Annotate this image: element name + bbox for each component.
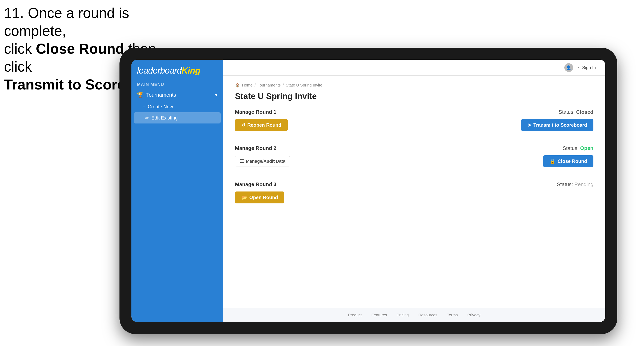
sidebar-item-create-new[interactable]: + Create New xyxy=(132,101,223,112)
round-2-header: Manage Round 2 Status: Open xyxy=(235,145,594,151)
footer-features[interactable]: Features xyxy=(372,313,387,317)
transmit-scoreboard-button[interactable]: ➤ Transmit to Scoreboard xyxy=(521,119,594,131)
top-bar: 👤 → Sign In xyxy=(223,60,605,76)
round-1-status: Status: Closed xyxy=(558,109,594,115)
round-3-section: Manage Round 3 Status: Pending 📂 Open Ro… xyxy=(235,181,594,209)
person-icon: 👤 xyxy=(566,65,571,70)
content-area: 🏠 Home / Tournaments / State U Spring In… xyxy=(223,76,605,308)
tablet-screen: leaderboardKing MAIN MENU 🏆 Tournaments … xyxy=(132,60,605,322)
sidebar-item-edit-existing[interactable]: ✏ Edit Existing xyxy=(134,112,221,124)
sign-in-area[interactable]: 👤 → Sign In xyxy=(564,63,596,72)
footer-resources[interactable]: Resources xyxy=(418,313,438,317)
sign-in-label: Sign In xyxy=(582,65,596,70)
round-1-header: Manage Round 1 Status: Closed xyxy=(235,109,594,115)
main-menu-label: MAIN MENU xyxy=(132,80,223,89)
audit-icon: ☰ xyxy=(240,159,244,164)
home-icon: 🏠 xyxy=(235,83,240,87)
manage-audit-button[interactable]: ☰ Manage/Audit Data xyxy=(235,156,290,167)
close-round-button[interactable]: 🔒 Close Round xyxy=(543,155,594,167)
sidebar-item-tournaments[interactable]: 🏆 Tournaments ▾ xyxy=(132,89,223,101)
reopen-round-button[interactable]: ↺ Reopen Round xyxy=(235,119,288,131)
footer-product[interactable]: Product xyxy=(348,313,362,317)
sign-in-arrow-icon: → xyxy=(576,65,580,70)
round-3-title: Manage Round 3 xyxy=(235,181,276,187)
chevron-down-icon: ▾ xyxy=(215,92,218,98)
open-round-button[interactable]: 📂 Open Round xyxy=(235,191,284,203)
sidebar: leaderboardKing MAIN MENU 🏆 Tournaments … xyxy=(132,60,223,322)
round-3-actions: 📂 Open Round xyxy=(235,191,594,203)
round-1-section: Manage Round 1 Status: Closed ↺ Reopen R… xyxy=(235,109,594,137)
logo-area: leaderboardKing xyxy=(132,60,223,80)
tablet-frame: leaderboardKing MAIN MENU 🏆 Tournaments … xyxy=(120,48,617,334)
footer-pricing[interactable]: Pricing xyxy=(397,313,409,317)
footer-terms[interactable]: Terms xyxy=(447,313,458,317)
transmit-icon: ➤ xyxy=(528,122,532,128)
breadcrumb: 🏠 Home / Tournaments / State U Spring In… xyxy=(235,83,594,87)
round-2-section: Manage Round 2 Status: Open ☰ Manage/Aud… xyxy=(235,145,594,173)
round-1-actions: ↺ Reopen Round ➤ Transmit to Scoreboard xyxy=(235,119,594,131)
footer-privacy[interactable]: Privacy xyxy=(467,313,480,317)
app-logo: leaderboardKing xyxy=(137,66,218,76)
breadcrumb-home[interactable]: Home xyxy=(242,83,252,87)
round-1-title: Manage Round 1 xyxy=(235,109,276,115)
round-2-status: Status: Open xyxy=(562,145,594,151)
main-content: 👤 → Sign In 🏠 Home / Tournaments / State… xyxy=(223,60,605,322)
avatar: 👤 xyxy=(564,63,573,72)
round-2-title: Manage Round 2 xyxy=(235,145,276,151)
lock-icon: 🔒 xyxy=(550,159,556,164)
page-title: State U Spring Invite xyxy=(235,91,594,101)
breadcrumb-current: State U Spring Invite xyxy=(286,83,322,87)
plus-icon: + xyxy=(142,104,145,110)
round-2-actions: ☰ Manage/Audit Data 🔒 Close Round xyxy=(235,155,594,167)
trophy-icon: 🏆 xyxy=(137,92,144,98)
round-3-header: Manage Round 3 Status: Pending xyxy=(235,181,594,187)
reopen-icon: ↺ xyxy=(241,122,245,128)
edit-icon: ✏ xyxy=(145,115,149,121)
instruction-line1: 11. Once a round is complete, xyxy=(4,4,183,40)
open-icon: 📂 xyxy=(241,195,247,200)
footer: Product Features Pricing Resources Terms… xyxy=(223,308,605,322)
breadcrumb-tournaments[interactable]: Tournaments xyxy=(258,83,281,87)
round-3-status: Status: Pending xyxy=(557,181,594,187)
